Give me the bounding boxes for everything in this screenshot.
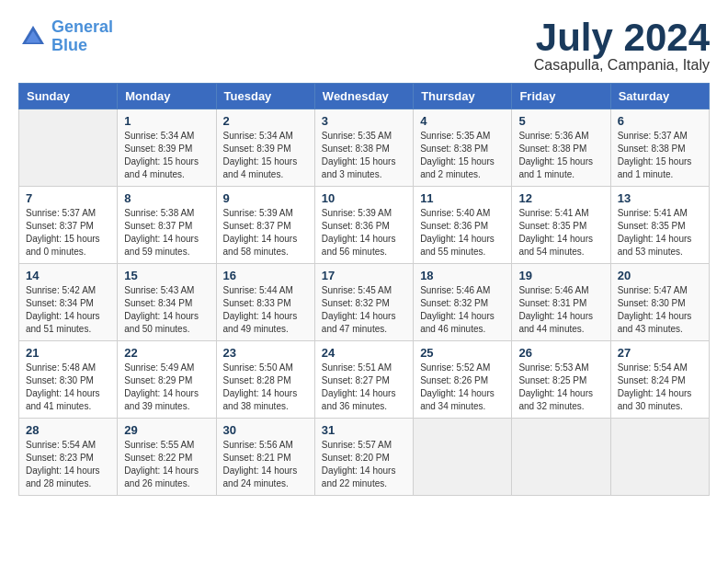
table-row: 29 Sunrise: 5:55 AM Sunset: 8:22 PM Dayl…: [118, 419, 216, 496]
logo-line1: General: [51, 17, 113, 36]
sunrise-text: Sunrise: 5:41 AM: [618, 207, 702, 220]
table-row: 16 Sunrise: 5:44 AM Sunset: 8:33 PM Dayl…: [216, 264, 314, 341]
table-row: 22 Sunrise: 5:49 AM Sunset: 8:29 PM Dayl…: [118, 341, 216, 419]
sunset-text: Sunset: 8:37 PM: [124, 220, 209, 233]
daylight-text: Daylight: 14 hours and 54 minutes.: [518, 233, 603, 259]
col-saturday: Saturday: [610, 84, 709, 109]
daylight-text: Daylight: 15 hours and 1 minute.: [518, 155, 603, 181]
logo-line2: Blue: [51, 36, 87, 54]
daylight-text: Daylight: 14 hours and 43 minutes.: [618, 310, 702, 336]
sunset-text: Sunset: 8:35 PM: [518, 220, 603, 233]
table-row: 17 Sunrise: 5:45 AM Sunset: 8:32 PM Dayl…: [314, 264, 413, 341]
table-row: [19, 109, 118, 187]
col-wednesday: Wednesday: [314, 84, 413, 109]
table-row: 14 Sunrise: 5:42 AM Sunset: 8:34 PM Dayl…: [19, 264, 118, 341]
daylight-text: Daylight: 14 hours and 51 minutes.: [26, 310, 110, 336]
sunrise-text: Sunrise: 5:48 AM: [26, 362, 110, 374]
sunset-text: Sunset: 8:20 PM: [322, 452, 406, 465]
table-row: 2 Sunrise: 5:34 AM Sunset: 8:39 PM Dayli…: [216, 109, 314, 187]
daylight-text: Daylight: 14 hours and 30 minutes.: [618, 387, 702, 413]
calendar-week-row: 21 Sunrise: 5:48 AM Sunset: 8:30 PM Dayl…: [19, 341, 710, 419]
logo-text: General Blue: [51, 18, 113, 55]
sunrise-text: Sunrise: 5:50 AM: [223, 362, 308, 374]
day-number: 31: [322, 423, 406, 437]
sunset-text: Sunset: 8:30 PM: [26, 374, 110, 387]
day-info: Sunrise: 5:42 AM Sunset: 8:34 PM Dayligh…: [26, 284, 110, 336]
day-number: 30: [223, 423, 308, 437]
sunset-text: Sunset: 8:39 PM: [124, 143, 209, 155]
sunset-text: Sunset: 8:36 PM: [322, 220, 406, 233]
sunset-text: Sunset: 8:34 PM: [26, 297, 110, 310]
sunrise-text: Sunrise: 5:54 AM: [26, 439, 110, 452]
day-number: 5: [518, 114, 603, 128]
sunset-text: Sunset: 8:38 PM: [518, 143, 603, 155]
table-row: 5 Sunrise: 5:36 AM Sunset: 8:38 PM Dayli…: [512, 109, 610, 187]
daylight-text: Daylight: 14 hours and 34 minutes.: [420, 387, 505, 413]
daylight-text: Daylight: 15 hours and 4 minutes.: [223, 155, 308, 181]
day-number: 27: [618, 346, 702, 360]
daylight-text: Daylight: 14 hours and 44 minutes.: [518, 310, 603, 336]
table-row: 27 Sunrise: 5:54 AM Sunset: 8:24 PM Dayl…: [610, 341, 709, 419]
sunrise-text: Sunrise: 5:37 AM: [26, 207, 110, 220]
table-row: [414, 419, 512, 496]
daylight-text: Daylight: 14 hours and 55 minutes.: [420, 233, 505, 259]
day-number: 9: [223, 191, 308, 205]
sunset-text: Sunset: 8:32 PM: [322, 297, 406, 310]
daylight-text: Daylight: 14 hours and 56 minutes.: [322, 233, 406, 259]
day-number: 24: [322, 346, 406, 360]
day-info: Sunrise: 5:50 AM Sunset: 8:28 PM Dayligh…: [223, 362, 308, 413]
sunrise-text: Sunrise: 5:43 AM: [124, 284, 209, 297]
day-info: Sunrise: 5:49 AM Sunset: 8:29 PM Dayligh…: [124, 362, 209, 413]
table-row: 4 Sunrise: 5:35 AM Sunset: 8:38 PM Dayli…: [414, 109, 512, 187]
logo-icon: [18, 22, 48, 52]
sunrise-text: Sunrise: 5:53 AM: [518, 362, 603, 374]
month-title: July 2024: [534, 18, 710, 57]
daylight-text: Daylight: 14 hours and 49 minutes.: [223, 310, 308, 336]
sunset-text: Sunset: 8:33 PM: [223, 297, 308, 310]
table-row: 31 Sunrise: 5:57 AM Sunset: 8:20 PM Dayl…: [314, 419, 413, 496]
sunset-text: Sunset: 8:24 PM: [618, 374, 702, 387]
sunset-text: Sunset: 8:34 PM: [124, 297, 209, 310]
table-row: [610, 419, 709, 496]
sunset-text: Sunset: 8:30 PM: [618, 297, 702, 310]
day-info: Sunrise: 5:44 AM Sunset: 8:33 PM Dayligh…: [223, 284, 308, 336]
sunrise-text: Sunrise: 5:54 AM: [618, 362, 702, 374]
day-number: 23: [223, 346, 308, 360]
day-info: Sunrise: 5:46 AM Sunset: 8:32 PM Dayligh…: [420, 284, 505, 336]
logo: General Blue: [18, 18, 113, 55]
sunset-text: Sunset: 8:27 PM: [322, 374, 406, 387]
day-info: Sunrise: 5:34 AM Sunset: 8:39 PM Dayligh…: [124, 130, 209, 181]
day-info: Sunrise: 5:37 AM Sunset: 8:38 PM Dayligh…: [618, 130, 702, 181]
day-number: 20: [618, 269, 702, 282]
sunrise-text: Sunrise: 5:39 AM: [223, 207, 308, 220]
sunset-text: Sunset: 8:26 PM: [420, 374, 505, 387]
daylight-text: Daylight: 15 hours and 2 minutes.: [420, 155, 505, 181]
sunrise-text: Sunrise: 5:52 AM: [420, 362, 505, 374]
day-info: Sunrise: 5:48 AM Sunset: 8:30 PM Dayligh…: [26, 362, 110, 413]
sunrise-text: Sunrise: 5:39 AM: [322, 207, 406, 220]
daylight-text: Daylight: 14 hours and 59 minutes.: [124, 233, 209, 259]
table-row: 20 Sunrise: 5:47 AM Sunset: 8:30 PM Dayl…: [610, 264, 709, 341]
page-header: General Blue July 2024 Casapulla, Campan…: [18, 18, 710, 74]
daylight-text: Daylight: 14 hours and 53 minutes.: [618, 233, 702, 259]
day-info: Sunrise: 5:54 AM Sunset: 8:23 PM Dayligh…: [26, 439, 110, 490]
sunrise-text: Sunrise: 5:34 AM: [124, 130, 209, 143]
day-number: 18: [420, 269, 505, 282]
day-info: Sunrise: 5:37 AM Sunset: 8:37 PM Dayligh…: [26, 207, 110, 259]
daylight-text: Daylight: 15 hours and 4 minutes.: [124, 155, 209, 181]
daylight-text: Daylight: 14 hours and 46 minutes.: [420, 310, 505, 336]
day-number: 28: [26, 423, 110, 437]
calendar-week-row: 14 Sunrise: 5:42 AM Sunset: 8:34 PM Dayl…: [19, 264, 710, 341]
day-info: Sunrise: 5:47 AM Sunset: 8:30 PM Dayligh…: [618, 284, 702, 336]
day-number: 17: [322, 269, 406, 282]
day-number: 19: [518, 269, 603, 282]
sunset-text: Sunset: 8:38 PM: [420, 143, 505, 155]
day-number: 25: [420, 346, 505, 360]
table-row: [512, 419, 610, 496]
table-row: 1 Sunrise: 5:34 AM Sunset: 8:39 PM Dayli…: [118, 109, 216, 187]
sunrise-text: Sunrise: 5:56 AM: [223, 439, 308, 452]
sunset-text: Sunset: 8:23 PM: [26, 452, 110, 465]
day-info: Sunrise: 5:51 AM Sunset: 8:27 PM Dayligh…: [322, 362, 406, 413]
col-friday: Friday: [512, 84, 610, 109]
calendar-week-row: 1 Sunrise: 5:34 AM Sunset: 8:39 PM Dayli…: [19, 109, 710, 187]
